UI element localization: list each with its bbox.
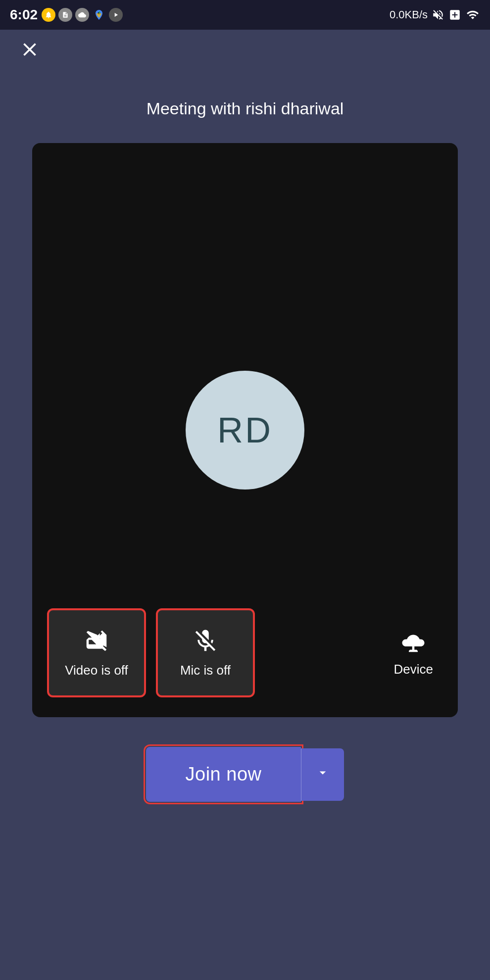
video-label: Video is off <box>65 663 128 678</box>
video-preview: RD Video is off Mic is off <box>32 143 458 717</box>
video-off-icon <box>83 628 110 658</box>
maps-icon <box>92 8 106 22</box>
mute-icon <box>432 8 444 21</box>
controls-row: Video is off Mic is off Device <box>32 593 458 717</box>
device-icon <box>400 629 427 657</box>
status-right: 0.0KB/s <box>390 8 480 21</box>
device-label: Device <box>394 662 433 677</box>
network-speed: 0.0KB/s <box>390 8 428 21</box>
mic-label: Mic is off <box>180 663 231 678</box>
status-bar: 6:02 <box>0 0 490 30</box>
file-icon <box>58 8 72 22</box>
join-area: Join now <box>0 747 490 802</box>
add-icon <box>448 8 461 21</box>
status-time: 6:02 <box>10 7 123 23</box>
wifi-icon <box>465 8 480 21</box>
status-icons <box>42 8 123 22</box>
close-button[interactable] <box>15 35 45 64</box>
video-toggle-button[interactable]: Video is off <box>47 608 146 697</box>
play-icon <box>109 8 123 22</box>
meeting-title: Meeting with rishi dhariwal <box>0 99 490 118</box>
avatar: RD <box>186 371 304 490</box>
mic-toggle-button[interactable]: Mic is off <box>156 608 255 697</box>
time-display: 6:02 <box>10 7 38 23</box>
join-dropdown-button[interactable] <box>301 748 344 801</box>
join-now-button[interactable]: Join now <box>146 747 301 802</box>
device-button[interactable]: Device <box>394 629 433 677</box>
mic-off-icon <box>192 628 219 658</box>
avatar-initials: RD <box>217 410 273 450</box>
cloud-icon <box>75 8 89 22</box>
notification-icon <box>42 8 55 22</box>
